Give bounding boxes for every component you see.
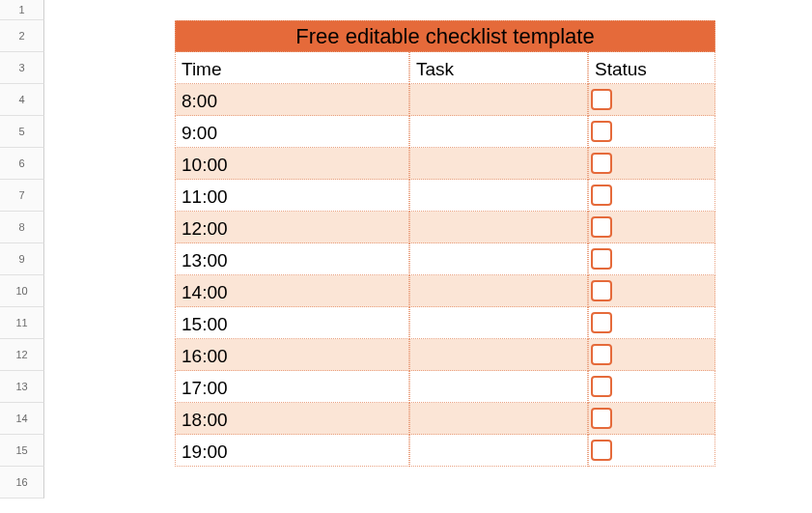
task-cell[interactable] <box>409 212 588 243</box>
table-row: 18:00 <box>175 403 715 435</box>
task-cell[interactable] <box>409 275 588 307</box>
task-cell[interactable] <box>409 148 588 180</box>
table-row: 19:00 <box>175 435 715 467</box>
task-cell[interactable] <box>409 116 588 148</box>
row-header-gutter: 1 2 3 4 5 6 7 8 9 10 11 12 13 14 15 16 <box>0 0 44 499</box>
status-checkbox[interactable] <box>591 248 612 270</box>
row-header[interactable]: 11 <box>0 307 44 339</box>
table-row: 11:00 <box>175 180 715 212</box>
row-header[interactable]: 14 <box>0 403 44 435</box>
task-cell[interactable] <box>409 339 588 371</box>
row-header[interactable]: 3 <box>0 52 44 84</box>
status-checkbox[interactable] <box>591 185 612 206</box>
time-cell[interactable]: 12:00 <box>175 212 409 243</box>
status-cell[interactable] <box>588 371 715 403</box>
status-checkbox[interactable] <box>591 153 612 174</box>
status-cell[interactable] <box>588 212 715 243</box>
table-row: 8:00 <box>175 84 715 116</box>
time-cell[interactable]: 9:00 <box>175 116 409 148</box>
status-checkbox[interactable] <box>591 376 612 397</box>
status-cell[interactable] <box>588 116 715 148</box>
task-cell[interactable] <box>409 371 588 403</box>
task-cell[interactable] <box>409 307 588 339</box>
column-header-task[interactable]: Task <box>409 52 588 84</box>
row-header[interactable]: 1 <box>0 0 44 20</box>
status-cell[interactable] <box>588 148 715 180</box>
status-checkbox[interactable] <box>591 440 612 461</box>
time-cell[interactable]: 14:00 <box>175 275 409 307</box>
status-cell[interactable] <box>588 180 715 212</box>
row-header[interactable]: 7 <box>0 180 44 212</box>
time-cell[interactable]: 11:00 <box>175 180 409 212</box>
column-header-status[interactable]: Status <box>588 52 715 84</box>
status-checkbox[interactable] <box>591 216 612 238</box>
table-row: 15:00 <box>175 307 715 339</box>
time-cell[interactable]: 15:00 <box>175 307 409 339</box>
status-cell[interactable] <box>588 403 715 435</box>
time-cell[interactable]: 19:00 <box>175 435 409 467</box>
table-row: 12:00 <box>175 212 715 243</box>
table-row: 16:00 <box>175 339 715 371</box>
status-cell[interactable] <box>588 275 715 307</box>
task-cell[interactable] <box>409 180 588 212</box>
row-header[interactable]: 4 <box>0 84 44 116</box>
status-checkbox[interactable] <box>591 89 612 110</box>
time-cell[interactable]: 13:00 <box>175 243 409 275</box>
column-header-time[interactable]: Time <box>175 52 409 84</box>
status-cell[interactable] <box>588 84 715 116</box>
row-header[interactable]: 6 <box>0 148 44 180</box>
row-header[interactable]: 12 <box>0 339 44 371</box>
row-header[interactable]: 13 <box>0 371 44 403</box>
row-header[interactable]: 16 <box>0 467 44 499</box>
table-row: 10:00 <box>175 148 715 180</box>
status-cell[interactable] <box>588 243 715 275</box>
row-header[interactable]: 15 <box>0 435 44 467</box>
row-header[interactable]: 2 <box>0 20 44 52</box>
status-checkbox[interactable] <box>591 280 612 301</box>
row-header[interactable]: 10 <box>0 275 44 307</box>
time-cell[interactable]: 10:00 <box>175 148 409 180</box>
status-checkbox[interactable] <box>591 344 612 365</box>
task-cell[interactable] <box>409 435 588 467</box>
task-cell[interactable] <box>409 403 588 435</box>
status-checkbox[interactable] <box>591 312 612 333</box>
sheet-title[interactable]: Free editable checklist template <box>175 20 715 52</box>
status-checkbox[interactable] <box>591 408 612 429</box>
row-header[interactable]: 5 <box>0 116 44 148</box>
status-cell[interactable] <box>588 435 715 467</box>
time-cell[interactable]: 18:00 <box>175 403 409 435</box>
time-cell[interactable]: 16:00 <box>175 339 409 371</box>
time-cell[interactable]: 17:00 <box>175 371 409 403</box>
table-row: 14:00 <box>175 275 715 307</box>
task-cell[interactable] <box>409 84 588 116</box>
time-cell[interactable]: 8:00 <box>175 84 409 116</box>
row-header[interactable]: 9 <box>0 243 44 275</box>
row-header[interactable]: 8 <box>0 212 44 243</box>
table-row: 13:00 <box>175 243 715 275</box>
column-header-row: Time Task Status <box>175 52 715 84</box>
table-row: 9:00 <box>175 116 715 148</box>
checklist-sheet: Free editable checklist template Time Ta… <box>175 20 715 467</box>
status-cell[interactable] <box>588 339 715 371</box>
status-checkbox[interactable] <box>591 121 612 142</box>
task-cell[interactable] <box>409 243 588 275</box>
status-cell[interactable] <box>588 307 715 339</box>
table-row: 17:00 <box>175 371 715 403</box>
